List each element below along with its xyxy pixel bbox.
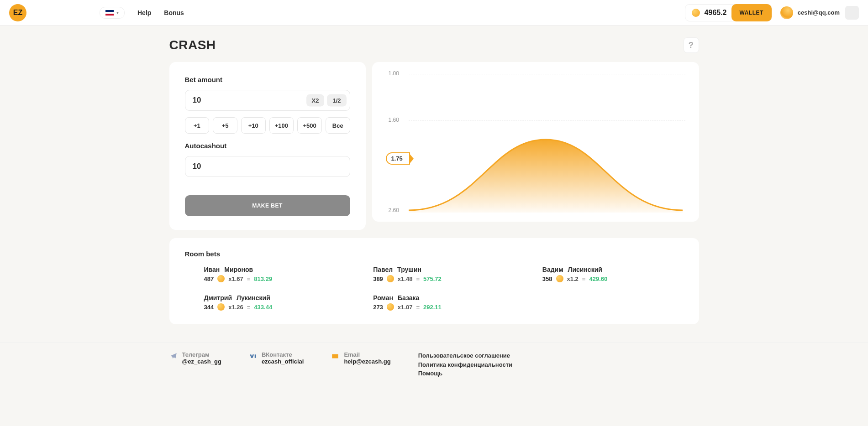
logo[interactable]: EZ <box>9 4 26 21</box>
preset-all[interactable]: Все <box>326 117 350 134</box>
header: EZ ▾ Help Bonus 4965.2 WALLET ceshi@qq.c… <box>0 0 868 26</box>
equals-sign: = <box>247 275 251 282</box>
footer-email-value: help@ezcash.gg <box>344 358 390 365</box>
bet-win: 433.44 <box>254 304 272 311</box>
bet-item: ИванМиронов487x1.67=813.29 <box>185 266 345 282</box>
balance-amount: 4965.2 <box>705 9 727 17</box>
footer: Телеграм @ez_cash_gg ВКонтакте ezcash_of… <box>0 343 868 391</box>
settings-button[interactable] <box>845 6 859 20</box>
bet-multiplier: x1.26 <box>228 304 243 311</box>
wallet-button[interactable]: WALLET <box>731 4 772 21</box>
equals-sign: = <box>247 304 251 311</box>
bet-multiplier: x1.48 <box>398 275 413 282</box>
coin-icon <box>387 303 394 311</box>
chart-gridline <box>409 120 685 121</box>
bet-multiplier: x1.07 <box>398 304 413 311</box>
equals-sign: = <box>416 304 420 311</box>
footer-vk-label: ВКонтакте <box>262 351 304 358</box>
chart-panel: 1.00 1.60 1.75 2.60 <box>372 62 699 222</box>
bet-player-name: ДмитрийЛукинский <box>204 294 345 301</box>
footer-links: Пользовательское соглашение Политика кон… <box>418 351 512 378</box>
chart-tick-1: 1.00 <box>389 70 399 77</box>
bet-multiplier: x1.2 <box>567 275 579 282</box>
bet-item: РоманБазака273x1.07=292.11 <box>354 294 514 311</box>
bet-player-name: ПавелТрушин <box>373 266 514 273</box>
footer-vk[interactable]: ВКонтакте ezcash_official <box>249 351 304 378</box>
coin-icon <box>692 9 700 17</box>
bet-half-button[interactable]: 1/2 <box>327 94 346 107</box>
room-bets-panel: Room bets ИванМиронов487x1.67=813.29Паве… <box>169 238 699 324</box>
coin-icon <box>217 275 225 282</box>
avatar <box>780 6 793 19</box>
footer-telegram-label: Телеграм <box>182 351 221 358</box>
vk-icon <box>249 352 257 360</box>
user-menu[interactable]: ceshi@qq.com <box>780 6 840 19</box>
footer-link-privacy[interactable]: Политика конфиденциальности <box>418 360 512 369</box>
bet-presets: +1 +5 +10 +100 +500 Все <box>185 117 350 134</box>
footer-telegram-value: @ez_cash_gg <box>182 358 221 365</box>
footer-telegram[interactable]: Телеграм @ez_cash_gg <box>169 351 221 378</box>
autocashout-label: Autocashout <box>185 142 350 150</box>
footer-link-terms[interactable]: Пользовательское соглашение <box>418 351 512 360</box>
bet-amount-label: Bet amount <box>185 76 350 83</box>
chart-indicator: 1.75 <box>386 152 410 165</box>
preset-plus5[interactable]: +5 <box>213 117 237 134</box>
crash-curve <box>409 126 683 213</box>
nav-help[interactable]: Help <box>137 9 151 16</box>
footer-email[interactable]: Email help@ezcash.gg <box>331 351 390 378</box>
bet-win: 429.60 <box>589 275 607 282</box>
bet-player-name: ВадимЛисинский <box>542 266 684 273</box>
bet-amount: 487 <box>204 275 214 282</box>
bet-win: 292.11 <box>423 304 442 311</box>
preset-plus1[interactable]: +1 <box>185 117 210 134</box>
bet-item: ДмитрийЛукинский344x1.26=433.44 <box>185 294 345 311</box>
telegram-icon <box>169 352 178 360</box>
room-bets-title: Room bets <box>185 250 684 258</box>
bet-item: ПавелТрушин389x1.48=575.72 <box>354 266 514 282</box>
chart-tick-3: 2.60 <box>389 207 399 213</box>
bet-item: ВадимЛисинский358x1.2=429.60 <box>523 266 684 282</box>
footer-email-label: Email <box>344 351 390 358</box>
bet-amount: 344 <box>204 304 214 311</box>
nav-bonus[interactable]: Bonus <box>164 9 184 16</box>
bet-win: 575.72 <box>423 275 442 282</box>
flag-uk-icon <box>105 10 114 16</box>
preset-plus500[interactable]: +500 <box>297 117 322 134</box>
chart-gridline <box>409 74 685 74</box>
autocashout-input[interactable] <box>185 156 350 177</box>
preset-plus10[interactable]: +10 <box>241 117 266 134</box>
equals-sign: = <box>416 275 420 282</box>
email-icon <box>331 352 339 360</box>
footer-link-help[interactable]: Помощь <box>418 369 512 378</box>
preset-plus100[interactable]: +100 <box>269 117 294 134</box>
chart-tick-2: 1.60 <box>389 117 399 123</box>
coin-icon <box>217 303 225 311</box>
bet-panel: Bet amount X2 1/2 +1 +5 +10 +100 +500 Вс… <box>169 62 366 230</box>
bet-amount: 273 <box>373 304 383 311</box>
page-title: CRASH <box>169 38 216 52</box>
bet-win: 813.29 <box>254 275 272 282</box>
chevron-down-icon: ▾ <box>116 10 119 15</box>
bet-x2-button[interactable]: X2 <box>306 94 325 107</box>
coin-icon <box>556 275 563 282</box>
bet-amount: 358 <box>542 275 552 282</box>
bet-player-name: РоманБазака <box>373 294 514 301</box>
coin-icon <box>387 275 394 282</box>
page-title-row: CRASH ? <box>169 37 699 53</box>
help-button[interactable]: ? <box>684 37 699 53</box>
language-selector[interactable]: ▾ <box>100 7 125 19</box>
bet-amount: 389 <box>373 275 383 282</box>
user-email: ceshi@qq.com <box>798 9 840 16</box>
equals-sign: = <box>582 275 586 282</box>
bet-multiplier: x1.67 <box>228 275 243 282</box>
bet-player-name: ИванМиронов <box>204 266 345 273</box>
balance-pill: 4965.2 WALLET <box>685 4 772 21</box>
make-bet-button[interactable]: MAKE BET <box>185 195 350 216</box>
footer-vk-value: ezcash_official <box>262 358 304 365</box>
